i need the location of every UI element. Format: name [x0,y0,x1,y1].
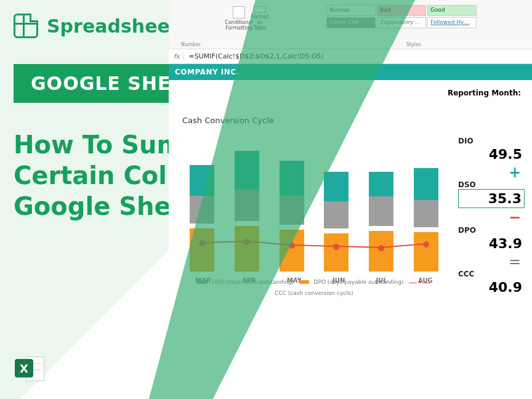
metric-dio: DIO49.5 [458,137,525,163]
style-normal[interactable]: Normal [326,5,376,16]
company-header: COMPANY INC. [169,64,532,80]
cell-styles-gallery[interactable]: Normal Bad Good Check Cell Explanatory …… [326,5,477,28]
style-followed-link[interactable]: Followed Hy… [427,17,477,28]
chart-legend: DSO (days sales outstanding) DPO (days p… [180,279,448,296]
plus-icon: + [458,168,521,177]
chart-title: Cash Conversion Cycle [182,116,522,125]
ribbon-group-number: Number [181,42,201,47]
equals-icon: = [458,257,521,266]
metric-dso: DSO35.3 [458,180,525,208]
metric-ccc: CCC40.9 [458,270,525,296]
style-check-cell[interactable]: Check Cell [326,17,376,28]
style-explanatory[interactable]: Explanatory … [377,17,426,28]
reporting-month-label: Reporting Month: [448,89,521,97]
bar-jun [324,172,349,272]
format-as-table-button[interactable]: Format as Table [251,6,268,31]
legend-swatch-ccc: —•— [408,280,430,284]
bar-jul [369,172,393,272]
style-good[interactable]: Good [427,5,477,16]
bar-aug [414,168,438,272]
fx-icon: fx [174,53,183,60]
legend-swatch-dpo [299,280,309,284]
minus-icon: − [458,213,521,222]
legend-swatch-dso [197,280,207,284]
metrics-panel: DIO49.5 + DSO35.3 − DPO43.9 = CCC40.9 [458,137,525,301]
metric-dpo: DPO43.9 [458,226,525,252]
formula-bar[interactable]: fx =SUMIF(Calc!$D$2:$O$2,1,Calc!D5:O5) [169,49,532,64]
bar-mar [190,165,214,272]
style-bad[interactable]: Bad [377,5,426,16]
cash-conversion-chart: MARAPRMAYJUNJULAUG DSO (days sales outst… [180,130,448,296]
bar-may [280,161,304,272]
ribbon-group-styles: Styles [406,42,421,47]
formula-text: =SUMIF(Calc!$D$2:$O$2,1,Calc!D5:O5) [188,52,323,60]
bar-apr [235,151,259,272]
spreadsheet-screenshot: Conditional Formatting Format as Table N… [169,0,532,399]
logo-mark-icon [14,14,38,38]
conditional-formatting-button[interactable]: Conditional Formatting [230,6,248,31]
ribbon: Conditional Formatting Format as Table N… [169,0,532,49]
excel-icon: X [14,353,47,384]
